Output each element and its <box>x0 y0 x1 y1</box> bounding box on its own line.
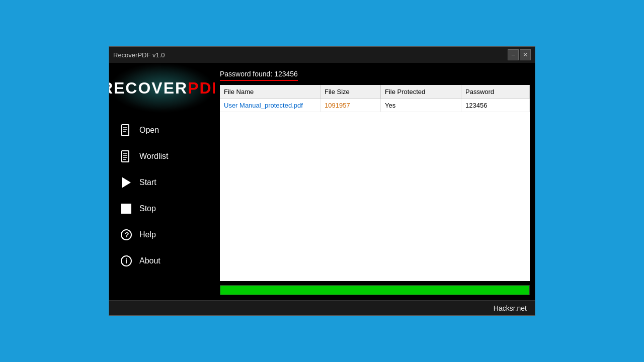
start-label: Start <box>139 178 156 187</box>
file-list-icon <box>119 149 133 163</box>
col-password: Password <box>461 85 530 99</box>
window-body: RECOVERPDF Open <box>109 63 535 300</box>
svg-rect-0 <box>122 125 129 136</box>
footer: Hacksr.net <box>109 300 535 315</box>
file-table: File Name File Size File Protected Passw… <box>220 85 530 281</box>
logo-recover: RECOVER <box>109 79 188 97</box>
logo-pdf: PDF <box>188 79 215 97</box>
table-row: User Manual_protected.pdf 1091957 Yes 12… <box>220 99 530 112</box>
help-label: Help <box>139 230 156 239</box>
sidebar: RECOVERPDF Open <box>109 63 215 300</box>
nav-menu: Open Wordlist <box>109 113 215 278</box>
app-window: RecoverPDF v1.0 – ✕ RECOVERPDF <box>109 46 535 316</box>
wordlist-label: Wordlist <box>139 152 169 161</box>
sidebar-item-stop[interactable]: Stop <box>109 197 215 221</box>
logo-area: RECOVERPDF <box>109 63 215 113</box>
info-icon: i <box>119 254 133 268</box>
cell-filename: User Manual_protected.pdf <box>220 99 320 112</box>
sidebar-item-wordlist[interactable]: Wordlist <box>109 144 215 168</box>
open-label: Open <box>139 126 159 135</box>
stop-icon <box>119 202 133 216</box>
window-title: RecoverPDF v1.0 <box>113 51 165 59</box>
window-controls: – ✕ <box>508 49 531 60</box>
sidebar-item-about[interactable]: i About <box>109 249 215 273</box>
play-icon <box>119 175 133 190</box>
col-protected: File Protected <box>381 85 461 99</box>
sidebar-item-open[interactable]: Open <box>109 118 215 142</box>
help-icon: ? <box>119 228 133 242</box>
minimize-button[interactable]: – <box>508 49 519 60</box>
stop-label: Stop <box>139 204 156 213</box>
col-filename: File Name <box>220 85 320 99</box>
svg-text:i: i <box>125 257 127 265</box>
cell-protected: Yes <box>381 99 461 112</box>
cell-filesize: 1091957 <box>320 99 381 112</box>
title-bar: RecoverPDF v1.0 – ✕ <box>109 47 535 63</box>
cell-password: 123456 <box>461 99 530 112</box>
progress-bar-container <box>220 285 530 295</box>
sidebar-item-start[interactable]: Start <box>109 170 215 195</box>
svg-rect-4 <box>122 151 129 162</box>
close-button[interactable]: ✕ <box>520 49 531 60</box>
content-area: Password found: 123456 File Name File Si… <box>215 63 535 300</box>
logo: RECOVERPDF <box>109 79 215 98</box>
table-body: User Manual_protected.pdf 1091957 Yes 12… <box>220 99 530 281</box>
file-icon <box>119 123 133 137</box>
password-found-banner: Password found: 123456 <box>220 68 298 81</box>
col-filesize: File Size <box>320 85 381 99</box>
sidebar-item-help[interactable]: ? Help <box>109 223 215 247</box>
about-label: About <box>139 256 160 265</box>
progress-bar-fill <box>220 286 529 295</box>
svg-text:?: ? <box>125 231 129 239</box>
table-header: File Name File Size File Protected Passw… <box>220 85 530 99</box>
footer-text: Hacksr.net <box>494 304 527 312</box>
